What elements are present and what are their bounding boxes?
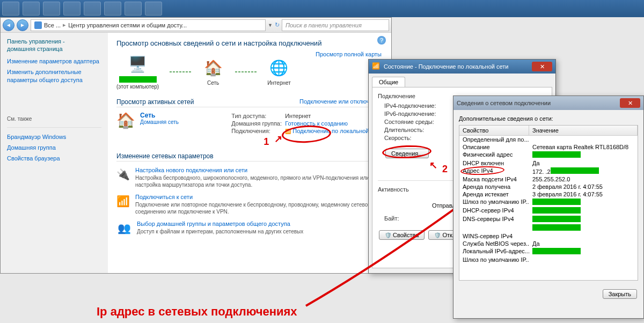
homegroup-value[interactable]: Готовность к созданию (285, 120, 348, 127)
taskbar-app[interactable] (125, 2, 142, 16)
duration-label: Длительность: (378, 127, 448, 133)
taskbar-app[interactable] (23, 2, 40, 16)
col-value[interactable]: Значение (529, 126, 638, 135)
network-type-link[interactable]: Домашняя сеть (140, 119, 179, 125)
table-row: Служба NetBIOS через...Да (459, 240, 638, 247)
taskbar-app[interactable] (43, 2, 60, 16)
table-header: Свойство Значение (459, 126, 638, 136)
details-titlebar[interactable]: Сведения о сетевом подключении ✕ (453, 96, 643, 110)
back-button[interactable]: ◄ (3, 19, 14, 31)
redacted-value (532, 248, 581, 254)
value-cell (529, 247, 638, 256)
status-title: Состояние - Подключение по локальной сет… (384, 63, 508, 70)
close-button[interactable]: Закрыть (603, 289, 637, 299)
access-type-label: Тип доступа: (231, 113, 285, 119)
search-placeholder: Поиск в панели управления (286, 22, 362, 28)
value-cell: Сетевая карта Realtek RTL8168D/8 (529, 143, 638, 151)
network-line-icon (170, 71, 191, 72)
ipv4-conn-label: IPv4-подключение: (378, 102, 448, 109)
active-network-row: 🏠 Сеть Домашняя сеть Тип доступа:Интерне… (116, 112, 383, 136)
page-title: Просмотр основных сведений о сети и наст… (116, 39, 383, 47)
homegroup-icon: 👥 (116, 221, 131, 236)
computer-name-hidden (119, 76, 157, 83)
media-state-label: Состояние среды: (378, 119, 448, 125)
table-row: Физический адрес (459, 151, 638, 159)
search-input[interactable]: Поиск в панели управления (282, 19, 389, 31)
status-titlebar[interactable]: 📶 Состояние - Подключение по локальной с… (369, 60, 555, 74)
globe-icon: 🌐 (268, 57, 290, 78)
taskbar-app[interactable] (104, 2, 121, 16)
breadcrumb-refresh-icon[interactable]: ↻ (275, 21, 280, 28)
task-homegroup[interactable]: 👥 Выбор домашней группы и параметров общ… (116, 221, 383, 236)
monitor-icon: 📶 (285, 129, 291, 134)
computer-icon: 🖥️ (127, 54, 149, 74)
network-center-window: ◄ ► Все ... ▸ Центр управления сетями и … (0, 17, 392, 274)
table-row: Аренда истекает3 февраля 2016 г. 4:07:55 (459, 190, 638, 198)
task-connect-network[interactable]: 📶 Подключиться к сети Подключение или по… (116, 194, 383, 215)
content-area: ? Просмотр основных сведений о сети и на… (108, 33, 391, 273)
task-title: Подключиться к сети (135, 194, 383, 200)
annotation-caption: Ip адрес в сетевых подключениях (97, 305, 297, 319)
network-name-link[interactable]: Сеть (140, 112, 179, 119)
annotation-arrow-icon: ↖ (429, 159, 437, 171)
ipv6-conn-label: IPv6-подключение: (378, 111, 448, 117)
breadcrumb-path[interactable]: Все ... ▸ Центр управления сетями и общи… (31, 19, 266, 31)
redacted-value (532, 216, 581, 222)
details-button[interactable]: Сведения... (385, 149, 429, 158)
bytes-label: Байт: (378, 215, 448, 222)
property-cell: DHCP включен (459, 159, 529, 167)
sidebar-link-adapter-settings[interactable]: Изменение параметров адаптера (7, 57, 101, 65)
bc-prefix: Все ... (44, 22, 61, 28)
close-button[interactable]: ✕ (532, 62, 552, 71)
table-row: Адрес IPv4 172. .2 (459, 167, 638, 175)
task-desc: Доступ к файлам и принтерам, расположенн… (137, 228, 303, 235)
taskbar-app[interactable] (84, 2, 101, 16)
house-icon: 🏠 (202, 57, 224, 78)
breadcrumb-dropdown-icon[interactable]: ▼ (268, 23, 273, 28)
task-title: Настройка нового подключения или сети (135, 167, 383, 173)
node-internet[interactable]: 🌐 Интернет (267, 57, 291, 86)
property-cell: Локальный IPv6-адрес... (459, 247, 529, 256)
full-map-link[interactable]: Просмотр полной карты (316, 51, 382, 57)
properties-button[interactable]: 🛡️ Свойства (379, 230, 425, 240)
house-icon: 🏠 (116, 112, 136, 131)
property-cell (459, 224, 529, 232)
node-label: Сеть (202, 80, 224, 86)
forward-button[interactable]: ► (17, 19, 28, 31)
sidebar-link-homegroup[interactable]: Домашняя группа (7, 144, 101, 151)
value-cell: Да (529, 159, 638, 167)
value-cell (529, 198, 638, 207)
connect-icon: 📶 (116, 194, 130, 209)
value-cell (529, 151, 638, 159)
control-panel-icon (34, 21, 42, 29)
col-property[interactable]: Свойство (459, 126, 529, 135)
property-cell: Определенный для по... (459, 136, 529, 143)
table-row: DNS-серверы IPv4 (459, 215, 638, 224)
bc-path: Центр управления сетями и общим досту... (68, 22, 187, 28)
taskbar-start[interactable] (2, 2, 19, 16)
help-icon[interactable]: ? (377, 36, 386, 45)
sidebar-link-browser-props[interactable]: Свойства браузера (7, 155, 101, 162)
property-cell: DNS-серверы IPv4 (459, 215, 529, 224)
taskbar-app[interactable] (63, 2, 80, 16)
annotation-number-1: 1 (264, 136, 269, 148)
table-row: Шлюз по умолчанию IP... (459, 256, 638, 263)
sidebar-link-firewall[interactable]: Брандмауэр Windows (7, 133, 101, 141)
node-network[interactable]: 🏠 Сеть (202, 57, 224, 86)
task-new-connection[interactable]: 🔌 Настройка нового подключения или сети … (116, 167, 383, 188)
property-cell: Аренда истекает (459, 190, 529, 198)
node-label: (этот компьютер) (116, 84, 159, 90)
close-button[interactable]: ✕ (620, 98, 640, 108)
table-row: DHCP включенДа (459, 159, 638, 167)
value-cell (529, 224, 638, 232)
value-cell (529, 207, 638, 215)
node-this-computer[interactable]: 🖥️ (этот компьютер) (116, 54, 159, 90)
taskbar-app[interactable] (145, 2, 162, 16)
value-cell (529, 256, 638, 263)
table-row: Шлюз по умолчанию IP... (459, 198, 638, 207)
tab-general[interactable]: Общие (372, 77, 405, 87)
redacted-value (532, 199, 581, 205)
value-cell: 255.255.252.0 (529, 175, 638, 183)
sidebar: Панель управления - домашняя страница Из… (1, 33, 108, 273)
sidebar-link-sharing-settings[interactable]: Изменить дополнительные параметры общего… (7, 68, 101, 84)
